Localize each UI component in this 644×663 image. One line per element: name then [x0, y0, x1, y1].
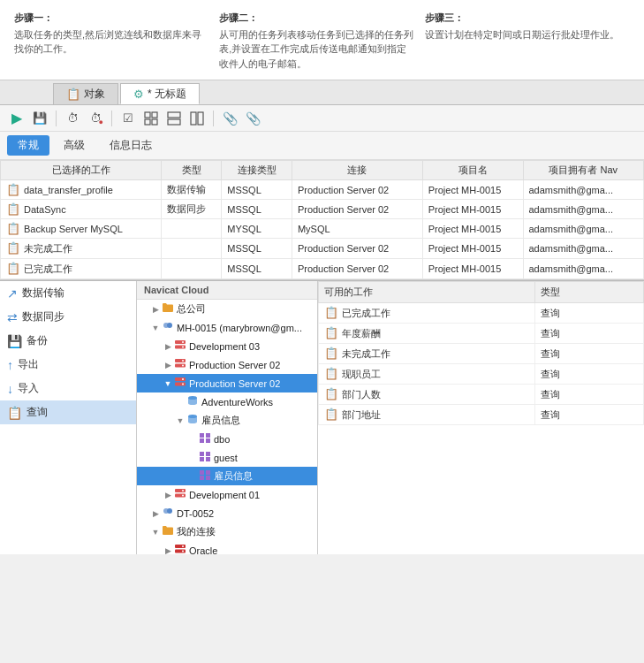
tree-item[interactable]: 雇员信息 — [137, 467, 317, 485]
table-row[interactable]: 📋Backup Server MySQL MYSQL MySQL Project… — [1, 219, 644, 239]
lower-section: ↗ 数据传输 ⇄ 数据同步 💾 备份 ↑ 导出 ↓ 导入 📋 查询 Navica… — [0, 280, 644, 554]
tree-icon-folder — [162, 525, 174, 538]
tree-icon-group — [162, 321, 174, 334]
attach1-button[interactable]: 📎 — [220, 109, 239, 128]
avail-job-type: 查询 — [535, 385, 644, 405]
sub-tabs: 常规 高级 信息日志 — [0, 132, 644, 160]
table-row[interactable]: 📋data_transfer_profile 数据传输 MSSQL Produc… — [1, 180, 644, 200]
tree-icon-server_red — [174, 544, 186, 554]
tree-icon-server — [174, 339, 186, 353]
available-jobs-panel: 可用的工作 类型 📋已完成工作 查询 📋年度薪酬 查询 📋未完成工作 查询 📋现… — [318, 281, 644, 554]
svg-rect-43 — [175, 550, 186, 553]
svg-rect-1 — [152, 112, 157, 118]
list-item[interactable]: 📋部门地址 查询 — [319, 405, 644, 425]
step1-body: 选取任务的类型,然后浏览连线和数据库来寻找你的工作。 — [14, 27, 208, 57]
tree-item[interactable]: ▶ DT-0052 — [137, 504, 317, 522]
selected-jobs-table-container: 已选择的工作 类型 连接类型 连接 项目名 项目拥有者 Nav 📋data_tr… — [0, 160, 644, 279]
list-item[interactable]: 📋现职员工 查询 — [319, 364, 644, 385]
svg-rect-26 — [200, 438, 204, 443]
svg-rect-4 — [168, 112, 180, 118]
avail-job-type: 查询 — [535, 344, 644, 364]
col-header-conn: 连接 — [292, 161, 422, 180]
tree-item[interactable]: ▶ 总公司 — [137, 300, 317, 318]
tree-item[interactable]: ▶ Production Server 02 — [137, 355, 317, 374]
job-name-cell: 📋DataSync — [1, 200, 162, 219]
tree-icon-schema — [199, 451, 211, 464]
svg-rect-10 — [175, 340, 186, 344]
svg-rect-36 — [175, 489, 186, 492]
tree-item[interactable]: ▼ 我的连接 — [137, 522, 317, 541]
tree-label: Development 03 — [189, 341, 260, 352]
grid2-button[interactable] — [164, 109, 184, 128]
sub-tab-normal[interactable]: 常规 — [7, 135, 49, 156]
tree-icon-server — [174, 358, 186, 371]
svg-point-12 — [182, 341, 184, 343]
list-item[interactable]: 📋年度薪酬 查询 — [319, 324, 644, 344]
avail-job-type: 查询 — [535, 303, 644, 324]
left-panel-item[interactable]: ⇄ 数据同步 — [0, 305, 136, 329]
check-button[interactable]: ☑ — [118, 109, 138, 128]
left-panel-item[interactable]: 📋 查询 — [0, 400, 136, 424]
job-conn-cell: Production Server 02 — [292, 200, 422, 219]
left-panel-item[interactable]: ↑ 导出 — [0, 353, 136, 377]
left-panel-item[interactable]: ↓ 导入 — [0, 377, 136, 400]
instructions-bar: 步骤一： 选取任务的类型,然后浏览连线和数据库来寻找你的工作。 步骤二： 从可用… — [0, 0, 644, 80]
tree-item[interactable]: ▶ Development 03 — [137, 337, 317, 355]
tree-icon-schema — [199, 432, 211, 446]
step3: 步骤三： 设置计划在特定时间或日期运行批处理作业。 — [425, 11, 630, 71]
tab-object[interactable]: 📋 对象 — [53, 83, 118, 104]
svg-rect-6 — [191, 112, 196, 125]
tree-label: Production Server 02 — [189, 360, 280, 370]
tree-label: AdventureWorks — [201, 397, 273, 408]
tab-untitled[interactable]: ⚙ * 无标题 — [120, 83, 200, 104]
tree-icon-db — [186, 395, 199, 408]
tree-item[interactable]: guest — [137, 448, 317, 467]
job-conn-type-cell: MSSQL — [222, 259, 292, 279]
list-item[interactable]: 📋未完成工作 查询 — [319, 344, 644, 364]
grid3-button[interactable] — [187, 109, 207, 128]
step1-title: 步骤一： — [14, 11, 208, 26]
job-project-cell: Project MH-0015 — [422, 180, 523, 200]
tree-item[interactable]: ▼ MH-0015 (marybrown@gm... — [137, 318, 317, 337]
svg-point-17 — [182, 365, 184, 367]
svg-rect-30 — [200, 457, 204, 461]
table-row[interactable]: 📋已完成工作 MSSQL Production Server 02 Projec… — [1, 259, 644, 279]
tree-item[interactable]: ▼ Production Server 02 — [137, 374, 317, 392]
tree-label: guest — [214, 453, 238, 463]
job-name-cell: 📋未完成工作 — [1, 239, 162, 259]
tree-arrow: ▼ — [162, 379, 174, 388]
left-panel-item[interactable]: 💾 备份 — [0, 329, 136, 353]
tree-item[interactable]: ▼ 雇员信息 — [137, 411, 317, 430]
grid1-button[interactable] — [141, 109, 161, 128]
tree-label: 我的连接 — [177, 525, 216, 538]
tree-arrow: ▶ — [162, 491, 174, 499]
list-item[interactable]: 📋部门人数 查询 — [319, 385, 644, 405]
tree-item[interactable]: AdventureWorks — [137, 392, 317, 411]
tree-item[interactable]: ▶ Development 01 — [137, 485, 317, 504]
tree-item[interactable]: dbo — [137, 430, 317, 448]
tree-label: DT-0052 — [177, 508, 214, 519]
tree-icon-db — [186, 414, 199, 427]
sub-tab-advanced[interactable]: 高级 — [53, 135, 95, 156]
left-panel-item[interactable]: ↗ 数据传输 — [0, 281, 136, 305]
table-row[interactable]: 📋DataSync 数据同步 MSSQL Production Server 0… — [1, 200, 644, 219]
tree-item[interactable]: ▶ Oracle — [137, 541, 317, 554]
step2-body: 从可用的任务列表移动任务到已选择的任务列表,并设置在工作完成后传送电邮通知到指定… — [219, 27, 413, 72]
tree-label: 雇员信息 — [214, 469, 253, 483]
tree-panel: Navicat Cloud ▶ 总公司 ▼ MH-0015 (marybrown… — [137, 281, 318, 554]
save-button[interactable]: 💾 — [30, 109, 49, 128]
sub-tab-log[interactable]: 信息日志 — [99, 135, 163, 156]
attach2-button[interactable]: 📎 — [243, 109, 262, 128]
job-owner-cell: adamsmith@gma... — [523, 259, 644, 279]
schedule2-button[interactable]: ●⏱ — [86, 109, 105, 128]
list-item[interactable]: 📋已完成工作 查询 — [319, 303, 644, 324]
svg-point-9 — [167, 323, 172, 328]
table-row[interactable]: 📋未完成工作 MSSQL Production Server 02 Projec… — [1, 239, 644, 259]
tab-untitled-icon: ⚙ — [133, 88, 144, 101]
job-name-cell: 📋Backup Server MySQL — [1, 219, 162, 239]
svg-rect-34 — [200, 476, 204, 480]
svg-point-13 — [182, 347, 184, 348]
run-button[interactable]: ▶ — [7, 109, 27, 128]
svg-point-39 — [182, 495, 184, 497]
schedule-button[interactable]: ⏱ — [63, 109, 82, 128]
